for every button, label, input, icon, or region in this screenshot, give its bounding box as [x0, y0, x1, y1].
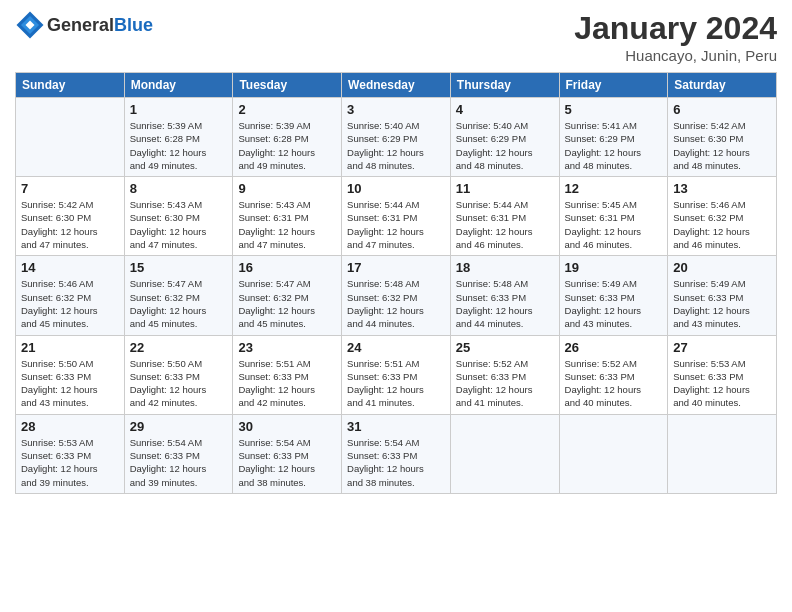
col-header-saturday: Saturday — [668, 73, 777, 98]
day-cell: 19Sunrise: 5:49 AM Sunset: 6:33 PM Dayli… — [559, 256, 668, 335]
day-cell — [450, 414, 559, 493]
day-number: 14 — [21, 260, 119, 275]
week-row-2: 14Sunrise: 5:46 AM Sunset: 6:32 PM Dayli… — [16, 256, 777, 335]
day-info: Sunrise: 5:42 AM Sunset: 6:30 PM Dayligh… — [21, 198, 119, 251]
day-info: Sunrise: 5:41 AM Sunset: 6:29 PM Dayligh… — [565, 119, 663, 172]
day-cell: 5Sunrise: 5:41 AM Sunset: 6:29 PM Daylig… — [559, 98, 668, 177]
day-cell: 21Sunrise: 5:50 AM Sunset: 6:33 PM Dayli… — [16, 335, 125, 414]
day-number: 9 — [238, 181, 336, 196]
header: GeneralBlue January 2024 Huancayo, Junin… — [15, 10, 777, 64]
day-number: 26 — [565, 340, 663, 355]
day-cell — [559, 414, 668, 493]
day-number: 22 — [130, 340, 228, 355]
day-cell: 6Sunrise: 5:42 AM Sunset: 6:30 PM Daylig… — [668, 98, 777, 177]
day-number: 29 — [130, 419, 228, 434]
day-cell: 17Sunrise: 5:48 AM Sunset: 6:32 PM Dayli… — [342, 256, 451, 335]
week-row-0: 1Sunrise: 5:39 AM Sunset: 6:28 PM Daylig… — [16, 98, 777, 177]
day-cell: 23Sunrise: 5:51 AM Sunset: 6:33 PM Dayli… — [233, 335, 342, 414]
day-number: 11 — [456, 181, 554, 196]
day-info: Sunrise: 5:52 AM Sunset: 6:33 PM Dayligh… — [456, 357, 554, 410]
day-cell: 18Sunrise: 5:48 AM Sunset: 6:33 PM Dayli… — [450, 256, 559, 335]
day-cell: 14Sunrise: 5:46 AM Sunset: 6:32 PM Dayli… — [16, 256, 125, 335]
day-number: 30 — [238, 419, 336, 434]
day-info: Sunrise: 5:43 AM Sunset: 6:30 PM Dayligh… — [130, 198, 228, 251]
day-number: 19 — [565, 260, 663, 275]
day-cell: 16Sunrise: 5:47 AM Sunset: 6:32 PM Dayli… — [233, 256, 342, 335]
day-info: Sunrise: 5:53 AM Sunset: 6:33 PM Dayligh… — [21, 436, 119, 489]
day-info: Sunrise: 5:51 AM Sunset: 6:33 PM Dayligh… — [347, 357, 445, 410]
day-info: Sunrise: 5:54 AM Sunset: 6:33 PM Dayligh… — [347, 436, 445, 489]
day-number: 16 — [238, 260, 336, 275]
day-info: Sunrise: 5:46 AM Sunset: 6:32 PM Dayligh… — [673, 198, 771, 251]
week-row-3: 21Sunrise: 5:50 AM Sunset: 6:33 PM Dayli… — [16, 335, 777, 414]
day-cell: 13Sunrise: 5:46 AM Sunset: 6:32 PM Dayli… — [668, 177, 777, 256]
day-info: Sunrise: 5:39 AM Sunset: 6:28 PM Dayligh… — [130, 119, 228, 172]
day-info: Sunrise: 5:50 AM Sunset: 6:33 PM Dayligh… — [130, 357, 228, 410]
day-number: 21 — [21, 340, 119, 355]
day-cell: 30Sunrise: 5:54 AM Sunset: 6:33 PM Dayli… — [233, 414, 342, 493]
day-number: 31 — [347, 419, 445, 434]
day-cell: 1Sunrise: 5:39 AM Sunset: 6:28 PM Daylig… — [124, 98, 233, 177]
day-cell: 3Sunrise: 5:40 AM Sunset: 6:29 PM Daylig… — [342, 98, 451, 177]
day-cell: 29Sunrise: 5:54 AM Sunset: 6:33 PM Dayli… — [124, 414, 233, 493]
day-number: 25 — [456, 340, 554, 355]
day-cell: 28Sunrise: 5:53 AM Sunset: 6:33 PM Dayli… — [16, 414, 125, 493]
day-number: 4 — [456, 102, 554, 117]
day-cell: 12Sunrise: 5:45 AM Sunset: 6:31 PM Dayli… — [559, 177, 668, 256]
day-cell: 24Sunrise: 5:51 AM Sunset: 6:33 PM Dayli… — [342, 335, 451, 414]
day-info: Sunrise: 5:45 AM Sunset: 6:31 PM Dayligh… — [565, 198, 663, 251]
day-cell: 26Sunrise: 5:52 AM Sunset: 6:33 PM Dayli… — [559, 335, 668, 414]
day-number: 18 — [456, 260, 554, 275]
day-info: Sunrise: 5:48 AM Sunset: 6:33 PM Dayligh… — [456, 277, 554, 330]
day-info: Sunrise: 5:40 AM Sunset: 6:29 PM Dayligh… — [347, 119, 445, 172]
day-info: Sunrise: 5:42 AM Sunset: 6:30 PM Dayligh… — [673, 119, 771, 172]
day-info: Sunrise: 5:50 AM Sunset: 6:33 PM Dayligh… — [21, 357, 119, 410]
col-header-monday: Monday — [124, 73, 233, 98]
day-cell: 7Sunrise: 5:42 AM Sunset: 6:30 PM Daylig… — [16, 177, 125, 256]
week-row-4: 28Sunrise: 5:53 AM Sunset: 6:33 PM Dayli… — [16, 414, 777, 493]
day-info: Sunrise: 5:47 AM Sunset: 6:32 PM Dayligh… — [130, 277, 228, 330]
day-number: 2 — [238, 102, 336, 117]
logo-blue: Blue — [114, 15, 153, 35]
day-number: 8 — [130, 181, 228, 196]
day-number: 1 — [130, 102, 228, 117]
day-number: 5 — [565, 102, 663, 117]
week-row-1: 7Sunrise: 5:42 AM Sunset: 6:30 PM Daylig… — [16, 177, 777, 256]
day-cell: 20Sunrise: 5:49 AM Sunset: 6:33 PM Dayli… — [668, 256, 777, 335]
day-number: 23 — [238, 340, 336, 355]
day-info: Sunrise: 5:44 AM Sunset: 6:31 PM Dayligh… — [456, 198, 554, 251]
col-header-tuesday: Tuesday — [233, 73, 342, 98]
day-cell — [16, 98, 125, 177]
logo-general: General — [47, 15, 114, 35]
day-cell: 4Sunrise: 5:40 AM Sunset: 6:29 PM Daylig… — [450, 98, 559, 177]
day-info: Sunrise: 5:49 AM Sunset: 6:33 PM Dayligh… — [565, 277, 663, 330]
day-cell: 25Sunrise: 5:52 AM Sunset: 6:33 PM Dayli… — [450, 335, 559, 414]
day-cell: 2Sunrise: 5:39 AM Sunset: 6:28 PM Daylig… — [233, 98, 342, 177]
col-header-thursday: Thursday — [450, 73, 559, 98]
day-info: Sunrise: 5:54 AM Sunset: 6:33 PM Dayligh… — [130, 436, 228, 489]
day-cell: 8Sunrise: 5:43 AM Sunset: 6:30 PM Daylig… — [124, 177, 233, 256]
day-number: 12 — [565, 181, 663, 196]
day-number: 13 — [673, 181, 771, 196]
day-number: 27 — [673, 340, 771, 355]
day-number: 20 — [673, 260, 771, 275]
day-number: 24 — [347, 340, 445, 355]
title-block: January 2024 Huancayo, Junin, Peru — [574, 10, 777, 64]
page: GeneralBlue January 2024 Huancayo, Junin… — [0, 0, 792, 612]
day-number: 15 — [130, 260, 228, 275]
day-cell: 11Sunrise: 5:44 AM Sunset: 6:31 PM Dayli… — [450, 177, 559, 256]
day-info: Sunrise: 5:48 AM Sunset: 6:32 PM Dayligh… — [347, 277, 445, 330]
day-cell — [668, 414, 777, 493]
col-header-wednesday: Wednesday — [342, 73, 451, 98]
day-cell: 15Sunrise: 5:47 AM Sunset: 6:32 PM Dayli… — [124, 256, 233, 335]
location: Huancayo, Junin, Peru — [574, 47, 777, 64]
day-info: Sunrise: 5:44 AM Sunset: 6:31 PM Dayligh… — [347, 198, 445, 251]
logo-icon — [15, 10, 45, 40]
month-year: January 2024 — [574, 10, 777, 47]
day-info: Sunrise: 5:39 AM Sunset: 6:28 PM Dayligh… — [238, 119, 336, 172]
col-header-friday: Friday — [559, 73, 668, 98]
day-cell: 10Sunrise: 5:44 AM Sunset: 6:31 PM Dayli… — [342, 177, 451, 256]
day-info: Sunrise: 5:49 AM Sunset: 6:33 PM Dayligh… — [673, 277, 771, 330]
day-number: 3 — [347, 102, 445, 117]
logo: GeneralBlue — [15, 10, 153, 40]
